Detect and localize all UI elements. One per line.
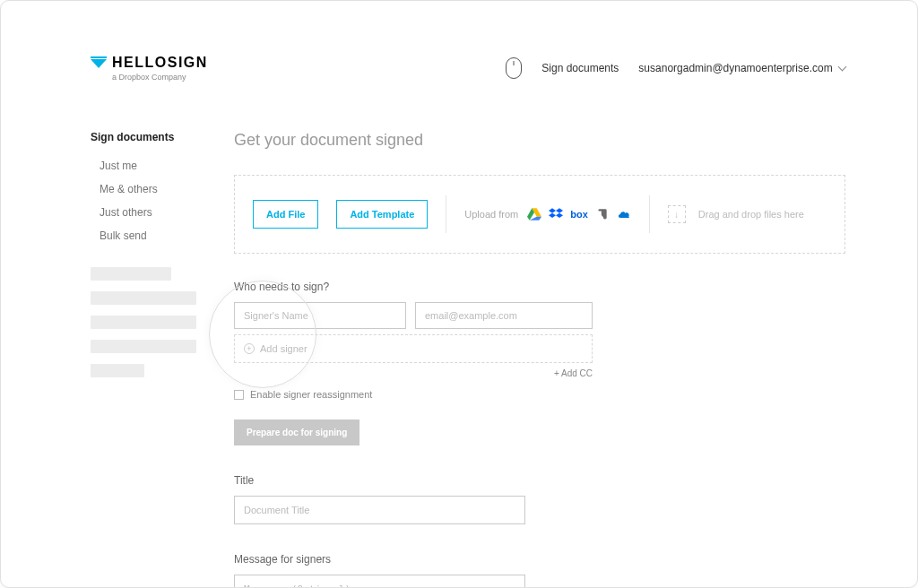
drag-drop-label: Drag and drop files here: [698, 209, 804, 220]
sidebar: Sign documents Just me Me & others Just …: [91, 131, 198, 588]
logo-icon: [91, 56, 107, 69]
svg-marker-5: [549, 213, 556, 218]
enable-reassignment-label: Enable signer reassignment: [250, 389, 372, 400]
sidebar-title: Sign documents: [91, 131, 198, 143]
sidebar-placeholder: [91, 267, 198, 377]
header-sign-documents[interactable]: Sign documents: [541, 62, 619, 74]
page-title: Get your document signed: [234, 131, 845, 150]
add-cc-link[interactable]: + Add CC: [234, 368, 593, 378]
add-signer-label: Add signer: [260, 343, 307, 354]
mouse-icon: [506, 57, 522, 79]
brand-name: HELLOSIGN: [112, 55, 208, 71]
add-file-button[interactable]: Add File: [253, 200, 318, 229]
signer-name-input[interactable]: [234, 302, 406, 329]
svg-marker-4: [556, 208, 563, 212]
message-label: Message for signers: [234, 553, 845, 566]
upload-from-label: Upload from: [464, 209, 518, 220]
drag-drop-zone[interactable]: ↓ Drag and drop files here: [668, 205, 827, 223]
add-signer-button[interactable]: + Add signer: [234, 334, 593, 363]
logo: HELLOSIGN a Dropbox Company: [91, 55, 208, 82]
divider: [649, 195, 650, 233]
onedrive-icon[interactable]: [617, 208, 631, 220]
who-signs-label: Who needs to sign?: [234, 281, 845, 293]
sidebar-item-just-me[interactable]: Just me: [91, 154, 198, 177]
dropbox-icon[interactable]: [549, 208, 563, 220]
chevron-down-icon: [838, 63, 847, 72]
brand-subtitle: a Dropbox Company: [112, 73, 208, 82]
box-icon[interactable]: box: [570, 209, 588, 220]
svg-marker-3: [549, 208, 556, 212]
add-template-button[interactable]: Add Template: [336, 200, 428, 229]
enable-reassignment-row[interactable]: Enable signer reassignment: [234, 389, 845, 400]
plus-circle-icon: +: [244, 343, 255, 354]
upload-box: Add File Add Template Upload from box: [234, 175, 845, 254]
prepare-doc-button[interactable]: Prepare doc for signing: [234, 419, 359, 445]
evernote-icon[interactable]: [595, 208, 610, 220]
sidebar-item-bulk-send[interactable]: Bulk send: [91, 224, 198, 247]
message-input[interactable]: [234, 575, 525, 588]
document-title-input[interactable]: [234, 496, 525, 524]
checkbox-icon[interactable]: [234, 390, 244, 400]
download-icon: ↓: [668, 205, 686, 223]
header: HELLOSIGN a Dropbox Company Sign documen…: [91, 55, 845, 82]
google-drive-icon[interactable]: [527, 208, 541, 220]
user-email: susanorgadmin@dynamoenterprise.com: [638, 62, 832, 74]
sidebar-item-just-others[interactable]: Just others: [91, 201, 198, 224]
divider: [446, 195, 446, 233]
svg-marker-6: [556, 213, 563, 218]
user-menu[interactable]: susanorgadmin@dynamoenterprise.com: [638, 62, 845, 74]
title-label: Title: [234, 474, 845, 487]
signer-email-input[interactable]: [415, 302, 593, 329]
main: Get your document signed Add File Add Te…: [234, 131, 845, 588]
sidebar-item-me-and-others[interactable]: Me & others: [91, 177, 198, 201]
